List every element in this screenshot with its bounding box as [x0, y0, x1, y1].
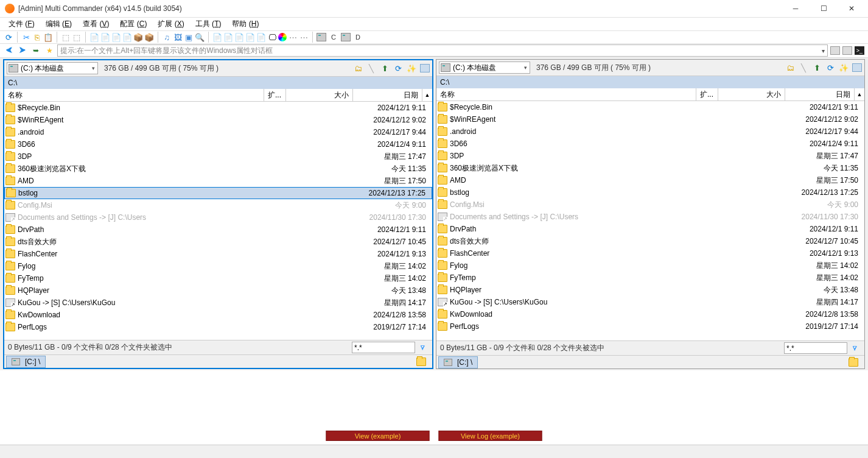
drive-d-icon[interactable] — [341, 33, 351, 41]
funnel-icon[interactable]: ⛛ — [418, 342, 429, 353]
funnel-icon[interactable]: ⛛ — [850, 343, 861, 354]
file-row[interactable]: FlashCenter2024/12/1 9:13 — [436, 247, 864, 259]
deselect-icon[interactable]: ⬚ — [72, 32, 82, 42]
menu-x[interactable]: 扩展 (X) — [153, 18, 189, 30]
file-row[interactable]: FlashCenter2024/12/1 9:13 — [4, 248, 432, 260]
header-date[interactable]: 日期 — [353, 89, 422, 101]
header-name[interactable]: 名称 — [436, 88, 696, 100]
file-row[interactable]: 3D662024/12/4 9:11 — [436, 138, 864, 150]
file-row[interactable]: Documents and Settings -> [J] C:\Users20… — [4, 211, 432, 224]
tree-icon[interactable]: 🗂 — [785, 63, 795, 72]
refresh-icon[interactable]: ⟳ — [4, 32, 13, 42]
sep-icon[interactable]: ╲ — [799, 63, 808, 72]
file-row[interactable]: DrvPath2024/12/1 9:11 — [436, 223, 864, 235]
maximize-button[interactable]: ☐ — [810, 0, 838, 18]
menu-f[interactable]: 文件 (F) — [4, 18, 40, 30]
wand-icon[interactable]: ✨ — [839, 63, 849, 72]
file-row[interactable]: KwDownload2024/12/8 13:58 — [4, 309, 432, 321]
menu-h[interactable]: 帮助 (H) — [227, 18, 264, 30]
back-icon[interactable]: ⮜ — [4, 45, 15, 56]
menu-t[interactable]: 工具 (T) — [191, 18, 226, 30]
copy-file-icon[interactable]: 📄 — [89, 32, 99, 42]
menu-c[interactable]: 配置 (C) — [115, 18, 152, 30]
paste-icon[interactable]: 📋 — [43, 32, 53, 42]
color-icon[interactable] — [278, 33, 287, 41]
file-list[interactable]: $Recycle.Bin2024/12/1 9:11$WinREAgent202… — [4, 102, 432, 340]
file-row[interactable]: bstlog2024/12/13 17:25 — [436, 186, 864, 199]
folder-icon[interactable] — [416, 358, 426, 366]
file-row[interactable]: Documents and Settings -> [J] C:\Users20… — [436, 211, 864, 223]
file-row[interactable]: Fylog星期三 14:02 — [436, 259, 864, 272]
file-row[interactable]: AMD星期三 17:50 — [436, 174, 864, 186]
drive-select[interactable]: (C:) 本地磁盘▾ — [439, 62, 530, 74]
header-date[interactable]: 日期 — [785, 88, 855, 100]
file-row[interactable]: Fylog星期三 14:02 — [4, 260, 432, 272]
tree-icon[interactable]: 🗂 — [353, 63, 363, 73]
drive-c-icon[interactable] — [317, 33, 326, 41]
history-icon[interactable]: ➥ — [30, 45, 41, 56]
header-ext[interactable]: 扩... — [264, 89, 286, 101]
path-bar[interactable]: C:\ — [4, 77, 432, 89]
file-row[interactable]: 360极速浏览器X下载今天 11:35 — [436, 162, 864, 174]
move-file-icon[interactable]: 📄 — [100, 32, 110, 42]
hint-field[interactable]: 提示:在一个文件上Alt+回车键将显示该文件的Windows属性对话框 ▾ — [57, 44, 828, 57]
file-list[interactable]: $Recycle.Bin2024/12/1 9:11$WinREAgent202… — [436, 101, 864, 340]
sep-icon[interactable]: ╲ — [366, 63, 376, 73]
path-bar[interactable]: C:\ — [436, 76, 864, 88]
unpack-icon[interactable]: 📦 — [144, 32, 154, 42]
file3-icon[interactable]: 📄 — [234, 32, 244, 42]
file-kb-icon[interactable]: 📄 — [212, 32, 222, 42]
header-ext[interactable]: 扩... — [696, 88, 718, 100]
file-row[interactable]: KwDownload2024/12/8 13:58 — [436, 308, 864, 320]
file-row[interactable]: AMD星期三 17:50 — [4, 175, 432, 187]
file-row[interactable]: 3D662024/12/4 9:11 — [4, 138, 432, 150]
monitor-icon[interactable]: 🖵 — [267, 32, 277, 42]
file-row[interactable]: FyTemp星期三 14:02 — [436, 272, 864, 284]
file-row[interactable]: HQPlayer今天 13:48 — [436, 284, 864, 296]
drive-select[interactable]: (C:) 本地磁盘▾ — [7, 62, 98, 74]
folder-icon[interactable] — [849, 358, 858, 367]
minimize-button[interactable]: ─ — [782, 0, 810, 18]
video-icon[interactable]: ▣ — [184, 32, 194, 42]
select-icon[interactable]: ⬚ — [61, 32, 71, 42]
panel2-icon[interactable] — [842, 46, 852, 55]
delete-file-icon[interactable]: 📄 — [111, 32, 121, 42]
copy-icon[interactable]: ⎘ — [32, 32, 42, 42]
file-row[interactable]: bstlog2024/12/13 17:25 — [4, 187, 432, 199]
file-row[interactable]: 3DP星期三 17:47 — [4, 150, 432, 163]
file2-icon[interactable]: 📄 — [223, 32, 233, 42]
file-row[interactable]: KuGou -> [S] C:\Users\KuGou星期四 14:17 — [4, 297, 432, 309]
view-log-button[interactable]: View Log (example) — [439, 431, 542, 441]
file-row[interactable]: .android2024/12/17 9:44 — [4, 126, 432, 138]
cut-icon[interactable]: ✂ — [21, 32, 31, 42]
chevron-down-icon[interactable]: ▾ — [822, 48, 825, 54]
up-icon[interactable]: ⬆ — [812, 63, 822, 72]
audio-icon[interactable]: ♫ — [162, 32, 172, 42]
terminal-icon[interactable]: >_ — [855, 46, 864, 55]
file-row[interactable]: FyTemp星期三 14:02 — [4, 272, 432, 284]
file-row[interactable]: 3DP星期三 17:47 — [436, 150, 864, 162]
drive-tab[interactable]: [C:] \ — [438, 356, 478, 368]
image-icon[interactable]: 🖼 — [173, 32, 183, 42]
file5-icon[interactable]: 📄 — [256, 32, 266, 42]
file-row[interactable]: $WinREAgent2024/12/12 9:02 — [436, 113, 864, 125]
file-row[interactable]: Config.Msi今天 9:00 — [436, 199, 864, 211]
view-file-icon[interactable]: 📄 — [122, 32, 132, 42]
close-button[interactable]: ✕ — [838, 0, 866, 18]
file-row[interactable]: Config.Msi今天 9:00 — [4, 199, 432, 211]
file-row[interactable]: HQPlayer今天 13:48 — [4, 284, 432, 297]
file-row[interactable]: .android2024/12/17 9:44 — [436, 125, 864, 138]
header-scroll[interactable]: ▲ — [855, 88, 864, 100]
header-size[interactable]: 大小 — [286, 89, 353, 101]
forward-icon[interactable]: ⮞ — [17, 45, 28, 56]
favorite-icon[interactable]: ★ — [44, 45, 55, 56]
up-icon[interactable]: ⬆ — [380, 63, 390, 73]
file-row[interactable]: dts音效大师2024/12/7 10:45 — [4, 236, 432, 248]
header-size[interactable]: 大小 — [718, 88, 785, 100]
wand-icon[interactable]: ✨ — [407, 63, 416, 73]
file-row[interactable]: $WinREAgent2024/12/12 9:02 — [4, 114, 432, 126]
file-row[interactable]: $Recycle.Bin2024/12/1 9:11 — [436, 101, 864, 113]
drive-tab[interactable]: [C:] \ — [6, 356, 46, 368]
menu-v[interactable]: 查看 (V) — [78, 18, 114, 30]
header-name[interactable]: 名称 — [4, 89, 264, 101]
